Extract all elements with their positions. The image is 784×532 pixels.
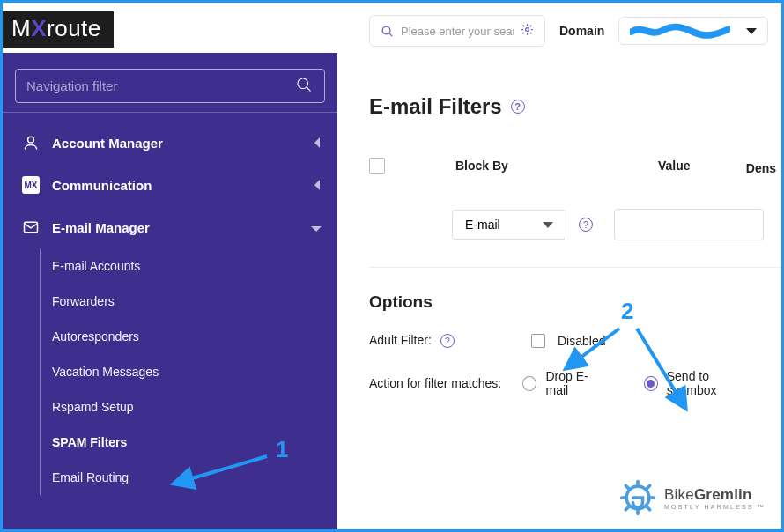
chevron-left-icon [314, 178, 322, 193]
help-icon[interactable]: ? [511, 100, 525, 114]
mail-icon [18, 218, 43, 236]
page-title-text: E-mail Filters [369, 94, 502, 119]
sidebar: MXroute Account Manager [3, 3, 337, 529]
logo-area: MXroute [3, 3, 337, 53]
sub-item-label: E-mail Accounts [52, 259, 140, 273]
sidebar-item-account-manager[interactable]: Account Manager [3, 122, 337, 164]
adult-filter-row: Adult Filter: ? Disabled [369, 333, 781, 348]
filter-row: E-mail ? [369, 182, 781, 268]
search-icon [381, 25, 394, 38]
sub-item-vacation-messages[interactable]: Vacation Messages [52, 354, 337, 389]
sub-item-autoresponders[interactable]: Autoresponders [52, 319, 337, 354]
column-value: Value [658, 159, 691, 173]
sub-item-label: Forwarders [52, 294, 115, 308]
filter-value-input[interactable] [614, 209, 764, 240]
sidebar-item-label: Account Manager [52, 136, 163, 151]
options-heading: Options [369, 292, 781, 312]
logo-text-route: route [47, 15, 101, 41]
svg-point-2 [28, 137, 34, 143]
svg-line-5 [389, 33, 392, 36]
action-label: Action for filter matches: [369, 376, 510, 390]
sidebar-item-email-manager[interactable]: E-mail Manager [3, 206, 337, 248]
sub-item-rspamd-setup[interactable]: Rspamd Setup [52, 389, 337, 425]
page-title: E-mail Filters ? [369, 94, 781, 119]
svg-point-0 [298, 78, 308, 88]
density-label: Dens [746, 161, 776, 175]
submenu-email-manager: E-mail Accounts Forwarders Autoresponder… [3, 248, 337, 495]
search-icon [295, 76, 313, 97]
radio-label: Drop E-mail [545, 369, 606, 397]
help-icon[interactable]: ? [440, 334, 455, 348]
topbar: Please enter your search q Domain [369, 15, 781, 47]
sub-item-label: Email Routing [52, 470, 129, 484]
watermark-text: BikeGremlin MOSTLY HARMLESS ™ [664, 486, 766, 510]
sub-item-label: Autoresponders [52, 329, 139, 344]
column-block-by: Block By [455, 159, 508, 173]
watermark-line2: MOSTLY HARMLESS ™ [664, 504, 766, 510]
radio-send-to-spambox[interactable]: Send to spambox [644, 369, 757, 397]
chevron-down-icon [311, 220, 322, 235]
domain-label: Domain [559, 24, 604, 38]
gear-logo-icon [618, 478, 657, 517]
block-by-select[interactable]: E-mail [452, 210, 566, 240]
badge-icon: MX [18, 176, 43, 194]
brand-logo: MXroute [3, 11, 114, 48]
sub-item-forwarders[interactable]: Forwarders [52, 284, 337, 319]
domain-redacted [630, 23, 730, 39]
sub-item-label: Rspamd Setup [52, 400, 134, 414]
sub-item-spam-filters[interactable]: SPAM Filters [52, 425, 337, 460]
select-all-checkbox[interactable] [369, 158, 385, 174]
watermark-line1a: Bike [664, 486, 694, 503]
logo-text-x: X [31, 15, 47, 41]
radio-icon [644, 376, 658, 391]
domain-dropdown[interactable] [618, 17, 768, 45]
sidebar-item-label: Communication [52, 178, 152, 193]
global-search[interactable]: Please enter your search q [369, 15, 545, 47]
chevron-left-icon [314, 136, 322, 151]
chevron-down-icon [543, 222, 553, 228]
sub-item-email-accounts[interactable]: E-mail Accounts [52, 248, 337, 284]
help-icon[interactable]: ? [579, 218, 593, 232]
adult-filter-label-text: Adult Filter: [369, 333, 432, 347]
watermark: BikeGremlin MOSTLY HARMLESS ™ [618, 478, 766, 517]
gear-icon[interactable] [521, 23, 534, 39]
navigation-filter-input[interactable] [15, 69, 325, 103]
svg-point-6 [526, 28, 529, 32]
adult-filter-label: Adult Filter: ? [369, 333, 519, 348]
filters-table-header: Block By Value [369, 149, 781, 182]
nav-list: Account Manager MX Communication E-mail … [3, 113, 337, 504]
main-content: Please enter your search q Domain E-mail… [337, 3, 781, 529]
sidebar-item-communication[interactable]: MX Communication [3, 164, 337, 206]
sub-item-label: Vacation Messages [52, 365, 159, 379]
user-icon [18, 134, 43, 151]
adult-filter-status: Disabled [558, 334, 605, 348]
nav-filter-container [3, 53, 337, 113]
chevron-down-icon [746, 28, 757, 34]
watermark-line1b: Gremlin [694, 486, 752, 503]
sub-item-email-routing[interactable]: Email Routing [52, 460, 337, 495]
radio-drop-email[interactable]: Drop E-mail [522, 369, 606, 397]
adult-filter-checkbox[interactable] [531, 334, 545, 348]
logo-text-m: M [11, 15, 31, 41]
action-row: Action for filter matches: Drop E-mail S… [369, 369, 781, 397]
search-placeholder: Please enter your search q [401, 25, 514, 38]
radio-label: Send to spambox [667, 369, 757, 397]
svg-line-1 [307, 87, 310, 91]
sub-item-label: SPAM Filters [52, 435, 127, 449]
block-by-selected: E-mail [465, 218, 500, 232]
svg-point-4 [382, 26, 390, 34]
sidebar-item-label: E-mail Manager [52, 220, 150, 235]
radio-icon [522, 376, 536, 391]
